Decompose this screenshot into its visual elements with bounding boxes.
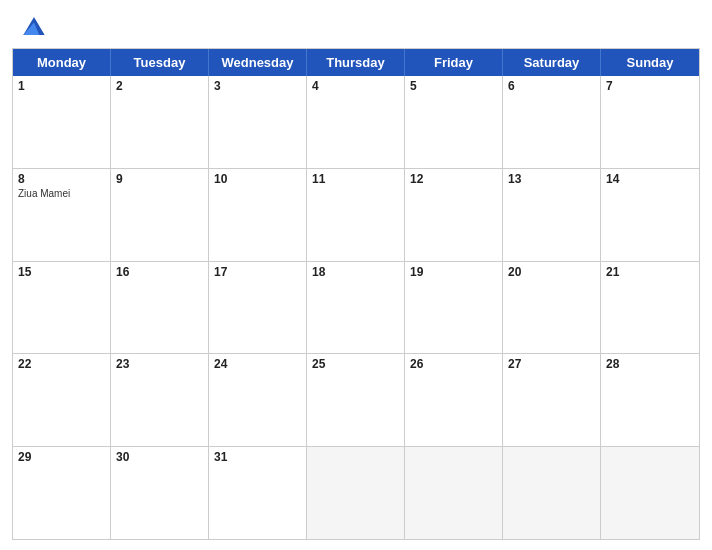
cal-cell-4-5: 26 xyxy=(405,354,503,446)
generalblue-logo-icon xyxy=(18,10,50,42)
day-number: 8 xyxy=(18,172,105,186)
day-number: 1 xyxy=(18,79,105,93)
cal-cell-1-3: 3 xyxy=(209,76,307,168)
day-number: 24 xyxy=(214,357,301,371)
day-number: 23 xyxy=(116,357,203,371)
cal-cell-4-7: 28 xyxy=(601,354,699,446)
cal-cell-4-4: 25 xyxy=(307,354,405,446)
logo xyxy=(18,10,55,42)
cal-cell-2-4: 11 xyxy=(307,169,405,261)
day-number: 15 xyxy=(18,265,105,279)
day-number: 13 xyxy=(508,172,595,186)
cal-cell-3-1: 15 xyxy=(13,262,111,354)
day-number: 25 xyxy=(312,357,399,371)
calendar: MondayTuesdayWednesdayThursdayFridaySatu… xyxy=(12,48,700,540)
cal-cell-3-3: 17 xyxy=(209,262,307,354)
calendar-row-5: 293031 xyxy=(13,446,699,539)
cal-cell-5-6 xyxy=(503,447,601,539)
day-number: 21 xyxy=(606,265,694,279)
cal-cell-3-7: 21 xyxy=(601,262,699,354)
cal-cell-4-6: 27 xyxy=(503,354,601,446)
day-number: 9 xyxy=(116,172,203,186)
cal-cell-2-6: 13 xyxy=(503,169,601,261)
day-number: 16 xyxy=(116,265,203,279)
cal-cell-5-3: 31 xyxy=(209,447,307,539)
day-number: 10 xyxy=(214,172,301,186)
weekday-header-saturday: Saturday xyxy=(503,49,601,76)
day-number: 7 xyxy=(606,79,694,93)
day-number: 20 xyxy=(508,265,595,279)
day-number: 22 xyxy=(18,357,105,371)
calendar-row-3: 15161718192021 xyxy=(13,261,699,354)
cal-cell-1-4: 4 xyxy=(307,76,405,168)
cal-cell-2-7: 14 xyxy=(601,169,699,261)
day-number: 29 xyxy=(18,450,105,464)
weekday-header-friday: Friday xyxy=(405,49,503,76)
day-number: 14 xyxy=(606,172,694,186)
cal-cell-3-2: 16 xyxy=(111,262,209,354)
day-number: 31 xyxy=(214,450,301,464)
weekday-header-wednesday: Wednesday xyxy=(209,49,307,76)
cal-cell-1-6: 6 xyxy=(503,76,601,168)
cal-cell-5-2: 30 xyxy=(111,447,209,539)
day-number: 18 xyxy=(312,265,399,279)
weekday-header-monday: Monday xyxy=(13,49,111,76)
cal-cell-5-5 xyxy=(405,447,503,539)
cal-cell-2-1: 8Ziua Mamei xyxy=(13,169,111,261)
weekday-header-tuesday: Tuesday xyxy=(111,49,209,76)
day-number: 27 xyxy=(508,357,595,371)
page: MondayTuesdayWednesdayThursdayFridaySatu… xyxy=(0,0,712,550)
day-number: 3 xyxy=(214,79,301,93)
cal-cell-4-3: 24 xyxy=(209,354,307,446)
day-number: 17 xyxy=(214,265,301,279)
day-number: 11 xyxy=(312,172,399,186)
cal-cell-1-7: 7 xyxy=(601,76,699,168)
cal-cell-1-1: 1 xyxy=(13,76,111,168)
event-label: Ziua Mamei xyxy=(18,188,105,199)
cal-cell-5-7 xyxy=(601,447,699,539)
day-number: 30 xyxy=(116,450,203,464)
day-number: 28 xyxy=(606,357,694,371)
cal-cell-4-1: 22 xyxy=(13,354,111,446)
header xyxy=(0,0,712,48)
cal-cell-1-2: 2 xyxy=(111,76,209,168)
day-number: 26 xyxy=(410,357,497,371)
day-number: 4 xyxy=(312,79,399,93)
day-number: 19 xyxy=(410,265,497,279)
cal-cell-2-3: 10 xyxy=(209,169,307,261)
cal-cell-2-2: 9 xyxy=(111,169,209,261)
weekday-header-sunday: Sunday xyxy=(601,49,699,76)
cal-cell-1-5: 5 xyxy=(405,76,503,168)
cal-cell-3-5: 19 xyxy=(405,262,503,354)
cal-cell-3-4: 18 xyxy=(307,262,405,354)
cal-cell-2-5: 12 xyxy=(405,169,503,261)
calendar-row-4: 22232425262728 xyxy=(13,353,699,446)
cal-cell-3-6: 20 xyxy=(503,262,601,354)
day-number: 12 xyxy=(410,172,497,186)
weekday-header-thursday: Thursday xyxy=(307,49,405,76)
day-number: 5 xyxy=(410,79,497,93)
cal-cell-5-1: 29 xyxy=(13,447,111,539)
calendar-body: 12345678Ziua Mamei9101112131415161718192… xyxy=(13,76,699,539)
day-number: 2 xyxy=(116,79,203,93)
calendar-row-1: 1234567 xyxy=(13,76,699,168)
cal-cell-4-2: 23 xyxy=(111,354,209,446)
calendar-row-2: 8Ziua Mamei91011121314 xyxy=(13,168,699,261)
cal-cell-5-4 xyxy=(307,447,405,539)
calendar-header: MondayTuesdayWednesdayThursdayFridaySatu… xyxy=(13,49,699,76)
day-number: 6 xyxy=(508,79,595,93)
